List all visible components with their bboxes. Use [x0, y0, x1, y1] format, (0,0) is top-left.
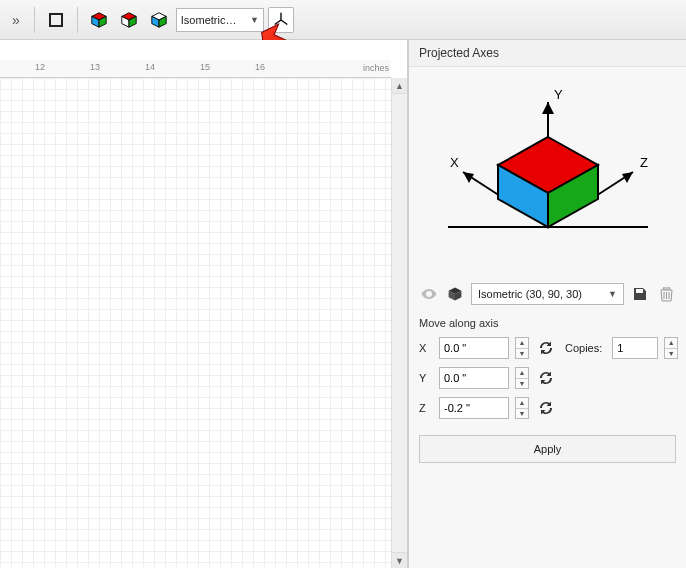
- canvas-grid[interactable]: [0, 78, 391, 568]
- z-spinner[interactable]: ▲▼: [515, 397, 529, 419]
- x-sync-button[interactable]: [535, 337, 557, 359]
- scroll-up-button[interactable]: ▲: [392, 78, 407, 94]
- spinner-down-icon[interactable]: ▼: [665, 349, 677, 359]
- cube-side-button[interactable]: [146, 7, 172, 33]
- ruler-tick: 15: [200, 62, 210, 72]
- spinner-down-icon[interactable]: ▼: [516, 379, 528, 389]
- chevron-down-icon: ▼: [250, 15, 259, 25]
- sync-icon: [538, 400, 554, 416]
- ruler-unit-label: inches: [363, 63, 389, 73]
- move-along-axis-label: Move along axis: [409, 315, 686, 335]
- toolbar: » Isometric… ▼: [0, 0, 686, 40]
- z-value-input[interactable]: [439, 397, 509, 419]
- toolbar-separator: [34, 7, 35, 33]
- horizontal-ruler: 12 13 14 15 16 inches: [0, 60, 391, 78]
- spinner-up-icon[interactable]: ▲: [516, 368, 528, 379]
- projected-axes-panel: Projected Axes X Z: [408, 40, 686, 568]
- projected-axes-button[interactable]: [268, 7, 294, 33]
- sync-icon: [538, 340, 554, 356]
- apply-button-label: Apply: [534, 443, 562, 455]
- svg-marker-19: [542, 102, 554, 114]
- svg-line-11: [281, 20, 287, 25]
- sync-icon: [538, 370, 554, 386]
- toolbar-separator: [77, 7, 78, 33]
- ruler-tick: 12: [35, 62, 45, 72]
- panel-title: Projected Axes: [409, 40, 686, 67]
- spinner-up-icon[interactable]: ▲: [665, 338, 677, 349]
- apply-button[interactable]: Apply: [419, 435, 676, 463]
- cube-front-button[interactable]: [86, 7, 112, 33]
- y-spinner[interactable]: ▲▼: [515, 367, 529, 389]
- ruler-tick: 14: [145, 62, 155, 72]
- preset-dropdown[interactable]: Isometric (30, 90, 30) ▼: [471, 283, 624, 305]
- y-value-field[interactable]: [440, 372, 508, 384]
- toolbar-overflow-button[interactable]: »: [6, 8, 26, 32]
- axis-y-label: Y: [554, 87, 563, 102]
- chevron-down-icon: ▼: [608, 289, 617, 299]
- cube-top-button[interactable]: [116, 7, 142, 33]
- axis-preview: X Z Y: [409, 67, 686, 277]
- rectangle-icon: [49, 13, 63, 27]
- axis-inputs: X ▲▼ Copies: ▲▼ Y ▲▼ Z: [409, 335, 686, 431]
- preset-value: Isometric (30, 90, 30): [478, 288, 582, 300]
- spinner-up-icon[interactable]: ▲: [516, 338, 528, 349]
- axis-preview-svg: X Z Y: [428, 77, 668, 267]
- z-sync-button[interactable]: [535, 397, 557, 419]
- copies-field[interactable]: [613, 342, 657, 354]
- visibility-toggle-button[interactable]: [419, 284, 439, 304]
- save-icon: [633, 287, 647, 301]
- copies-input[interactable]: [612, 337, 658, 359]
- vertical-scrollbar[interactable]: ▲ ▼: [391, 78, 407, 568]
- axis-x-label: X: [450, 155, 459, 170]
- x-value-field[interactable]: [440, 342, 508, 354]
- y-sync-button[interactable]: [535, 367, 557, 389]
- projection-preset-dropdown[interactable]: Isometric… ▼: [176, 8, 264, 32]
- ruler-tick: 13: [90, 62, 100, 72]
- axis-z-label: Z: [640, 155, 648, 170]
- copies-spinner[interactable]: ▲▼: [664, 337, 678, 359]
- delete-preset-button[interactable]: [656, 284, 676, 304]
- preset-row: Isometric (30, 90, 30) ▼: [409, 277, 686, 315]
- trash-icon: [660, 287, 673, 302]
- x-axis-label: X: [419, 342, 433, 354]
- spinner-up-icon[interactable]: ▲: [516, 398, 528, 409]
- y-axis-label: Y: [419, 372, 433, 384]
- copies-label: Copies:: [565, 342, 606, 354]
- x-value-input[interactable]: [439, 337, 509, 359]
- axes-icon: [272, 11, 290, 29]
- projection-preset-label: Isometric…: [181, 14, 237, 26]
- spinner-down-icon[interactable]: ▼: [516, 349, 528, 359]
- x-spinner[interactable]: ▲▼: [515, 337, 529, 359]
- z-axis-label: Z: [419, 402, 433, 414]
- scroll-down-button[interactable]: ▼: [392, 552, 407, 568]
- eye-icon: [421, 288, 437, 300]
- canvas-area[interactable]: 12 13 14 15 16 inches ▲ ▼: [0, 40, 408, 568]
- cube-front-icon: [90, 11, 108, 29]
- rectangle-tool-button[interactable]: [43, 7, 69, 33]
- y-value-input[interactable]: [439, 367, 509, 389]
- spinner-down-icon[interactable]: ▼: [516, 409, 528, 419]
- z-value-field[interactable]: [440, 402, 508, 414]
- save-preset-button[interactable]: [630, 284, 650, 304]
- cube-side-icon: [150, 11, 168, 29]
- cube-top-icon: [120, 11, 138, 29]
- cube-preset-button[interactable]: [445, 284, 465, 304]
- ruler-tick: 16: [255, 62, 265, 72]
- svg-line-10: [274, 20, 280, 25]
- cube-icon: [447, 286, 463, 302]
